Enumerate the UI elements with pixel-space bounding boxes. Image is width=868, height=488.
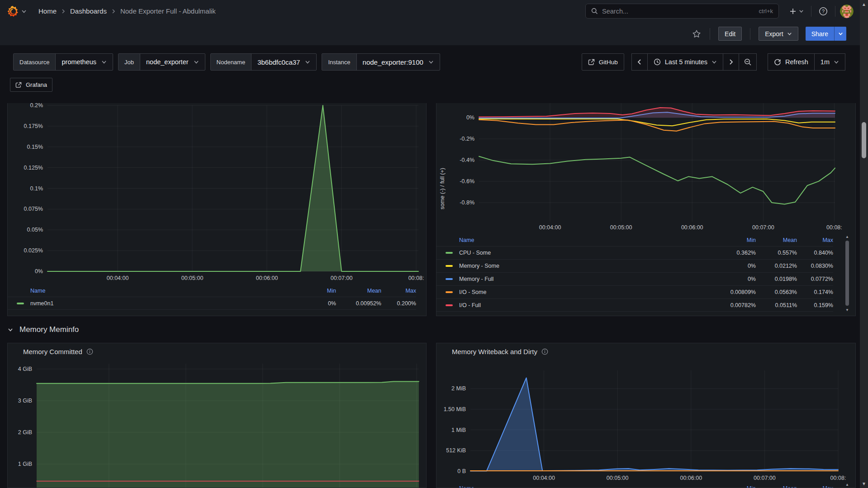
scroll-up-icon[interactable]: ▲ <box>845 483 849 487</box>
chevron-down-icon <box>711 59 717 65</box>
time-shift-forward-button[interactable] <box>723 53 739 71</box>
variable-value-dropdown[interactable]: prometheus <box>56 54 113 70</box>
grafana-link-button[interactable]: Grafana <box>10 78 52 92</box>
legend-sort-name[interactable]: Name <box>436 237 715 243</box>
panel-memory-committed[interactable]: Memory Committed 4 GiB3 GiB2 GiB1 GiB <box>7 343 427 488</box>
add-new-button[interactable] <box>786 5 806 18</box>
section-title: Memory Meminfo <box>19 325 79 334</box>
series-min: 0.00782% <box>715 302 756 308</box>
svg-text:00:08:: 00:08: <box>830 475 846 481</box>
plus-icon <box>789 7 797 15</box>
legend-sort-mean[interactable]: Mean <box>756 237 797 243</box>
variable-job: Job node_exporter <box>118 53 205 71</box>
series-name[interactable]: nvme0n1 <box>30 300 291 307</box>
breadcrumb-dashboards[interactable]: Dashboards <box>70 7 107 15</box>
panel-pressure[interactable]: some (-) / full (+) 00:04:0000:05:0000:0… <box>436 103 856 316</box>
series-name[interactable]: Memory - Some <box>459 263 715 269</box>
divider <box>750 28 750 40</box>
timeseries-chart[interactable]: 4 GiB3 GiB2 GiB1 GiB <box>8 343 427 488</box>
help-button[interactable]: ? <box>816 4 830 19</box>
svg-text:0%: 0% <box>35 268 43 275</box>
timeseries-chart[interactable]: 00:04:0000:05:0000:06:0000:07:0000:08:0.… <box>8 103 427 282</box>
time-shift-back-button[interactable] <box>631 53 648 71</box>
time-picker: Last 5 minutes <box>631 53 757 71</box>
time-range-dropdown[interactable]: Last 5 minutes <box>647 53 723 71</box>
section-memory-meminfo[interactable]: Memory Meminfo <box>7 322 79 337</box>
search-input[interactable] <box>602 8 755 15</box>
grafana-logo[interactable] <box>6 5 27 18</box>
share-options-button[interactable] <box>834 27 846 41</box>
legend-sort-max[interactable]: Max <box>797 485 833 488</box>
legend-sort-name[interactable]: Name <box>8 288 291 294</box>
help-icon: ? <box>819 7 828 16</box>
svg-text:00:07:00: 00:07:00 <box>331 275 353 281</box>
series-name[interactable]: Memory - Full <box>459 276 715 282</box>
external-link-icon <box>15 82 22 88</box>
export-button-label: Export <box>765 30 783 38</box>
series-mean: 0.0198% <box>756 276 797 282</box>
github-link-button[interactable]: GitHub <box>582 53 624 71</box>
series-name[interactable]: I/O - Some <box>459 289 715 295</box>
share-button[interactable]: Share <box>806 27 834 41</box>
legend-sort-min[interactable]: Min <box>715 485 756 488</box>
scrollbar-thumb[interactable] <box>845 241 849 306</box>
star-button[interactable] <box>692 29 702 39</box>
series-color-swatch <box>446 252 453 254</box>
chevron-down-icon <box>7 327 14 333</box>
scrollbar-thumb[interactable] <box>862 122 866 158</box>
scroll-down-icon[interactable]: ▼ <box>860 481 868 486</box>
legend-sort-mean[interactable]: Mean <box>756 485 797 488</box>
variable-value-dropdown[interactable]: 3b6bdfc0ca37 <box>251 54 316 70</box>
series-min: 0.00809% <box>715 289 756 295</box>
svg-text:0.075%: 0.075% <box>24 206 43 212</box>
svg-text:2 GiB: 2 GiB <box>18 429 32 436</box>
divider <box>835 6 835 17</box>
scroll-down-icon[interactable]: ▼ <box>845 308 849 313</box>
series-max: 0.200% <box>381 300 416 307</box>
timeseries-chart[interactable]: 00:04:0000:05:0000:06:0000:07:0000:08:2 … <box>436 343 856 483</box>
variable-value-dropdown[interactable]: node_exporter:9100 <box>357 54 440 70</box>
scroll-up-icon[interactable]: ▲ <box>860 2 868 7</box>
legend-sort-name[interactable]: Name <box>436 485 715 488</box>
legend-scrollbar[interactable]: ▲ ▼ <box>845 235 849 313</box>
variable-value: prometheus <box>62 58 96 66</box>
legend-header: Name Min Mean Max <box>436 234 833 246</box>
series-name[interactable]: I/O - Full <box>459 302 715 308</box>
legend-sort-min[interactable]: Min <box>715 237 756 243</box>
breadcrumb-home[interactable]: Home <box>38 7 57 15</box>
legend-sort-max[interactable]: Max <box>381 288 416 294</box>
y-axis-label: some (-) / full (+) <box>439 117 446 209</box>
series-min: 0.362% <box>715 250 756 256</box>
series-min: 0% <box>291 300 336 307</box>
series-max: 0.159% <box>797 302 833 308</box>
user-avatar[interactable] <box>840 5 854 18</box>
timeseries-chart[interactable]: 00:04:0000:05:0000:06:0000:07:0000:08:0%… <box>436 103 856 233</box>
legend-sort-max[interactable]: Max <box>797 237 833 243</box>
variable-value-dropdown[interactable]: node_exporter <box>140 54 205 70</box>
variable-datasource: Datasource prometheus <box>13 53 113 71</box>
svg-text:512 KiB: 512 KiB <box>446 447 466 454</box>
svg-text:-0.6%: -0.6% <box>460 178 474 185</box>
panel-top-left[interactable]: 00:04:0000:05:0000:06:0000:07:0000:08:0.… <box>7 103 427 316</box>
refresh-interval-dropdown[interactable]: 1m <box>814 53 845 71</box>
search-box[interactable]: ctrl+k <box>585 4 779 19</box>
svg-text:00:06:00: 00:06:00 <box>680 475 702 481</box>
panel-memory-writeback-dirty[interactable]: Memory Writeback and Dirty 00:04:0000:05… <box>436 343 856 488</box>
scroll-up-icon[interactable]: ▲ <box>845 235 849 239</box>
svg-text:00:08:: 00:08: <box>408 275 424 281</box>
svg-text:0.025%: 0.025% <box>24 247 43 254</box>
legend-sort-min[interactable]: Min <box>291 288 336 294</box>
series-min: 0% <box>715 276 756 282</box>
edit-button[interactable]: Edit <box>718 27 742 41</box>
export-button[interactable]: Export <box>759 27 798 41</box>
zoom-out-button[interactable] <box>739 53 757 71</box>
legend-row: I/O - Full 0.00782% 0.0511% 0.159% <box>436 298 833 312</box>
page-scrollbar[interactable]: ▲ ▼ <box>860 0 868 488</box>
variable-instance: Instance node_exporter:9100 <box>322 53 440 71</box>
legend-sort-mean[interactable]: Mean <box>336 288 381 294</box>
chevron-down-icon <box>799 9 804 14</box>
divider <box>710 28 710 40</box>
refresh-button[interactable]: Refresh <box>768 53 815 71</box>
series-name[interactable]: CPU - Some <box>459 250 715 256</box>
chevron-right-icon <box>728 59 734 65</box>
